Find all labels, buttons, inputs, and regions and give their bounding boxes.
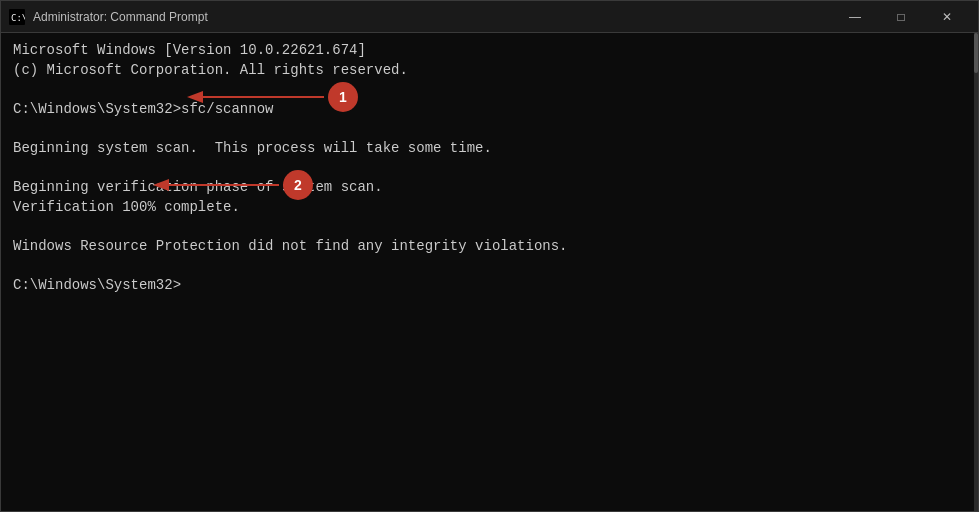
cmd-icon: C:\ xyxy=(9,9,25,25)
terminal-blank xyxy=(13,159,966,179)
scrollbar[interactable] xyxy=(974,33,978,511)
terminal-blank xyxy=(13,119,966,139)
window-title: Administrator: Command Prompt xyxy=(33,10,208,24)
terminal-line: Windows Resource Protection did not find… xyxy=(13,237,966,257)
minimize-button[interactable]: — xyxy=(832,1,878,33)
terminal-blank xyxy=(13,80,966,100)
maximize-button[interactable]: □ xyxy=(878,1,924,33)
terminal-line: (c) Microsoft Corporation. All rights re… xyxy=(13,61,966,81)
terminal-line: Microsoft Windows [Version 10.0.22621.67… xyxy=(13,41,966,61)
close-button[interactable]: ✕ xyxy=(924,1,970,33)
terminal-line: Verification 100% complete. xyxy=(13,198,966,218)
terminal-prompt: C:\Windows\System32> xyxy=(13,276,966,296)
terminal-body[interactable]: Microsoft Windows [Version 10.0.22621.67… xyxy=(1,33,978,511)
terminal-blank xyxy=(13,217,966,237)
title-bar: C:\ Administrator: Command Prompt — □ ✕ xyxy=(1,1,978,33)
terminal-line: Beginning system scan. This process will… xyxy=(13,139,966,159)
cmd-window: C:\ Administrator: Command Prompt — □ ✕ … xyxy=(0,0,979,512)
title-bar-left: C:\ Administrator: Command Prompt xyxy=(9,9,208,25)
terminal-content: Microsoft Windows [Version 10.0.22621.67… xyxy=(13,41,966,296)
terminal-blank xyxy=(13,257,966,277)
terminal-command-line: C:\Windows\System32>sfc/scannow xyxy=(13,100,966,120)
svg-text:C:\: C:\ xyxy=(11,13,25,23)
window-controls: — □ ✕ xyxy=(832,1,970,33)
terminal-line: Beginning verification phase of system s… xyxy=(13,178,966,198)
scroll-thumb[interactable] xyxy=(974,33,978,73)
